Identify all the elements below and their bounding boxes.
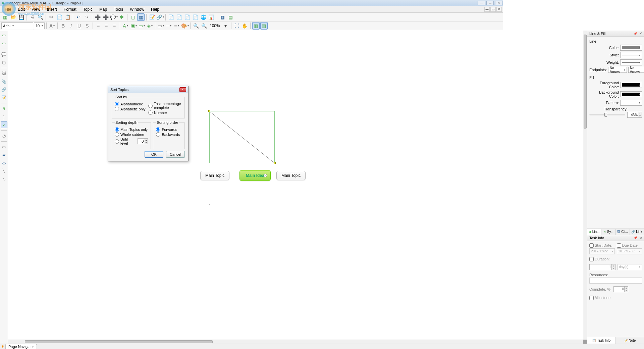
tool-ellipse-icon[interactable]: ⬭ xyxy=(1,160,7,166)
tool-select-icon[interactable]: ➹ xyxy=(1,121,7,128)
copy-icon[interactable]: 📄 xyxy=(56,13,63,21)
export-project-icon[interactable]: 📄 xyxy=(192,13,199,21)
cancel-button[interactable]: Cancel xyxy=(166,151,185,158)
cut-icon[interactable]: ✂ xyxy=(48,13,55,21)
radio-alphanumeric[interactable]: Alphanumeric xyxy=(115,102,148,106)
tool-marker-icon[interactable]: ◔ xyxy=(1,133,7,139)
tool-relationship-icon[interactable]: ↯ xyxy=(1,105,7,112)
doc-restore-button[interactable]: ▭ xyxy=(490,7,496,12)
new-icon[interactable]: ▦ xyxy=(1,13,9,21)
add-floating-icon[interactable]: ✱ xyxy=(118,13,125,21)
radio-forwards[interactable]: Forwards xyxy=(156,127,182,132)
menu-window[interactable]: Window xyxy=(126,6,148,12)
align-right-icon[interactable]: ≡ xyxy=(111,22,118,30)
zoom-dropdown-icon[interactable]: ▾ xyxy=(222,22,229,30)
export-pdf-icon[interactable]: 📄 xyxy=(167,13,175,21)
menu-map[interactable]: Map xyxy=(96,6,110,12)
radio-maintopics[interactable]: Main Topics only xyxy=(115,127,148,132)
tool-callout-icon[interactable]: 💬 xyxy=(1,51,7,58)
boundary-icon[interactable]: ▢ xyxy=(129,13,137,21)
tool-note-icon[interactable]: 📝 xyxy=(1,94,7,101)
font-size-select[interactable]: 10 xyxy=(34,22,45,29)
line-style-icon[interactable]: ─ xyxy=(165,22,172,30)
pan-icon[interactable]: ✋ xyxy=(241,22,249,30)
add-callout-icon[interactable]: 💬 xyxy=(110,13,117,21)
undo-icon[interactable]: ↶ xyxy=(75,13,82,21)
hyperlink-icon[interactable]: 🔗 xyxy=(156,13,164,21)
note-icon[interactable]: 📝 xyxy=(148,13,156,21)
dialog-titlebar[interactable]: Sort Topics ✕ xyxy=(108,86,188,93)
tool-image-icon[interactable]: 🖼 xyxy=(1,70,7,77)
add-topic-icon[interactable]: ➕ xyxy=(94,13,101,21)
add-subtopic-icon[interactable]: ➕ xyxy=(102,13,109,21)
topic-left[interactable]: Main Topic xyxy=(200,171,229,180)
radio-taskpct[interactable]: Task percentage complete xyxy=(148,102,182,110)
zoom-out-icon[interactable]: 🔍 xyxy=(200,22,208,30)
expand-icon[interactable]: − xyxy=(264,174,267,177)
menu-insert[interactable]: Insert xyxy=(44,6,60,12)
tool-attachment-icon[interactable]: 📎 xyxy=(1,78,7,85)
topic-shape-icon[interactable]: ▭ xyxy=(157,22,164,30)
shape-color-icon[interactable]: ◈ xyxy=(146,22,153,30)
relationship-icon[interactable]: ▦ xyxy=(137,13,145,21)
minimize-button[interactable]: ― xyxy=(478,1,485,5)
menu-file[interactable]: File xyxy=(1,6,14,12)
tool-rect-icon[interactable]: ▭ xyxy=(1,144,7,150)
menu-help[interactable]: Help xyxy=(148,6,163,12)
print-icon[interactable]: 🖨 xyxy=(29,13,36,21)
tool-boundary-icon[interactable]: ▢ xyxy=(1,59,7,66)
menu-format[interactable]: Format xyxy=(60,6,80,12)
tool-fill-icon[interactable]: ▰ xyxy=(1,152,7,158)
strikethrough-icon[interactable]: S xyxy=(84,22,91,30)
export-outline-icon[interactable]: 📊 xyxy=(208,13,215,21)
topic-right[interactable]: Main Topic xyxy=(276,171,306,180)
dialog-close-icon[interactable]: ✕ xyxy=(179,87,186,92)
radio-alphabetic[interactable]: Alphabetic only xyxy=(115,107,148,111)
outline-view-icon[interactable]: ▤ xyxy=(227,13,234,21)
map-view-icon[interactable]: ▦ xyxy=(219,13,226,21)
tool-hyperlink-icon[interactable]: 🔗 xyxy=(1,86,7,93)
menu-edit[interactable]: Edit xyxy=(14,6,28,12)
paste-icon[interactable]: 📋 xyxy=(64,13,71,21)
export-html-icon[interactable]: 🌐 xyxy=(200,13,207,21)
font-family-select[interactable]: Arial xyxy=(1,22,33,29)
tool-curve-icon[interactable]: ∿ xyxy=(1,176,7,183)
selection-handle-tl[interactable] xyxy=(208,110,210,112)
export-ppt-icon[interactable]: 📄 xyxy=(175,13,183,21)
print-preview-icon[interactable]: 🔍 xyxy=(37,13,44,21)
menu-tools[interactable]: Tools xyxy=(110,6,126,12)
close-button[interactable]: ✕ xyxy=(495,1,502,5)
theme-icon[interactable]: 🎨 xyxy=(181,22,189,30)
save-icon[interactable]: 💾 xyxy=(17,13,25,21)
tool-topic-icon[interactable]: ▭ xyxy=(1,32,7,39)
doc-minimize-button[interactable]: ― xyxy=(484,7,490,12)
radio-number[interactable]: Number xyxy=(148,110,182,115)
selection-handle-br[interactable] xyxy=(274,162,276,164)
line-weight-icon[interactable]: ━ xyxy=(173,22,180,30)
font-color-icon[interactable]: A xyxy=(48,22,56,30)
ok-button[interactable]: OK xyxy=(145,151,163,158)
tool-subtopic-icon[interactable]: ▭ xyxy=(1,40,7,47)
menu-topic[interactable]: Topic xyxy=(80,6,96,12)
align-center-icon[interactable]: ≡ xyxy=(103,22,110,30)
fill-color-icon[interactable]: ▣ xyxy=(130,22,137,30)
tool-summary-icon[interactable]: } xyxy=(1,113,7,120)
level-spinner[interactable]: 0 ▲▼ xyxy=(138,138,148,144)
italic-icon[interactable]: I xyxy=(67,22,75,30)
zoom-in-icon[interactable]: 🔍 xyxy=(192,22,200,30)
bold-icon[interactable]: B xyxy=(59,22,67,30)
radio-untillevel[interactable]: Until level 0 ▲▼ xyxy=(115,137,148,145)
doc-close-button[interactable]: ✕ xyxy=(496,7,502,12)
radio-backwards[interactable]: Backwards xyxy=(156,132,182,137)
fit-page-icon[interactable]: ⛶ xyxy=(233,22,240,30)
line-color-icon[interactable]: ▭ xyxy=(138,22,145,30)
redo-icon[interactable]: ↷ xyxy=(83,13,90,21)
open-icon[interactable]: 📂 xyxy=(9,13,17,21)
radio-wholesubtree[interactable]: Whole subtree xyxy=(115,132,148,137)
selection-rect[interactable] xyxy=(209,111,275,163)
highlight-icon[interactable]: A xyxy=(122,22,129,30)
align-left-icon[interactable]: ≡ xyxy=(95,22,102,30)
menu-view[interactable]: View xyxy=(28,6,44,12)
tool-line-icon[interactable]: ╲ xyxy=(1,168,7,174)
maximize-button[interactable]: ▭ xyxy=(486,1,494,5)
